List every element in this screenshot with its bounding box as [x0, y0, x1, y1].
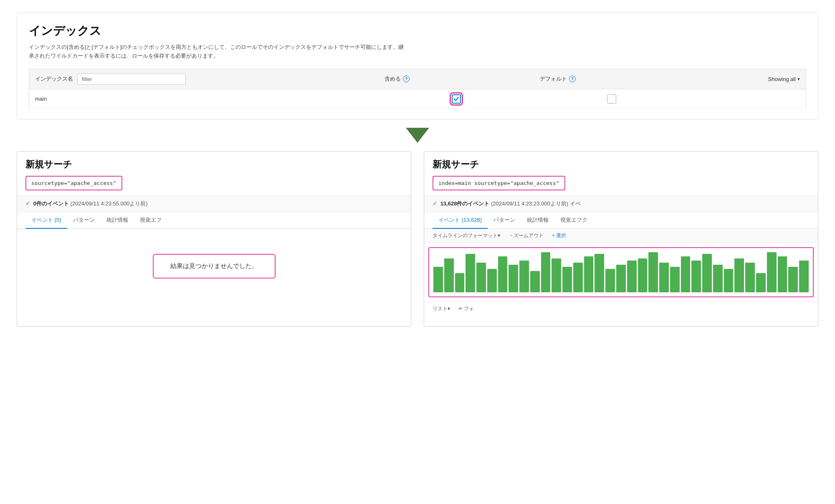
include-checkbox[interactable]: [452, 94, 461, 104]
chart-bar: [627, 261, 637, 292]
chart-bar: [767, 252, 777, 292]
bottom-panels: 新規サーチ sourcetype="apache_access" ✓ 0件のイベ…: [17, 151, 818, 327]
chart-bar: [530, 271, 540, 292]
down-arrow-icon: [406, 128, 429, 143]
right-chart-area: [428, 247, 814, 297]
chart-bar: [691, 261, 701, 292]
list-btn[interactable]: リスト▾: [433, 305, 450, 312]
right-tab-patterns[interactable]: パターン: [488, 212, 521, 229]
left-no-results-area: 結果は見つかりませんでした。: [17, 229, 411, 304]
page-title: インデックス: [29, 23, 806, 39]
right-event-count: 13,628件のイベント: [440, 200, 490, 207]
chart-bar: [788, 267, 798, 292]
right-panel-title: 新規サーチ: [433, 158, 810, 171]
chart-bar: [670, 267, 680, 292]
timeline-format-btn[interactable]: タイムラインのフォーマット▾: [433, 232, 500, 239]
select-btn[interactable]: + 選択: [552, 232, 566, 239]
left-checkmark: ✓: [25, 200, 30, 207]
arrow-container: [17, 119, 818, 151]
chart-bar: [455, 273, 465, 292]
table-row: main: [29, 89, 806, 109]
format-btn[interactable]: ✏ フォ: [458, 305, 474, 312]
chart-bar: [702, 254, 712, 292]
right-tab-visual[interactable]: 視覚エフク: [554, 212, 593, 229]
left-event-count: 0件のイベント: [33, 200, 69, 207]
default-cell: [534, 89, 689, 109]
right-result-status: ✓ 13,628件のイベント (2024/09/11 4:23:23.000より…: [424, 196, 818, 212]
left-tabs-row: イベント (0) パターン 統計情報 視覚エフ: [17, 212, 411, 229]
right-checkmark: ✓: [433, 200, 437, 207]
chart-bar: [713, 265, 723, 292]
col-default-label: デフォルト: [540, 75, 567, 83]
filter-input[interactable]: [77, 73, 186, 85]
right-search-box[interactable]: index=main sourcetype="apache_access": [433, 176, 565, 190]
chart-bar: [498, 256, 508, 292]
left-panel-header: 新規サーチ sourcetype="apache_access": [17, 152, 411, 196]
index-name-cell: main: [29, 89, 379, 109]
chart-bar: [638, 258, 648, 292]
col-name-label: インデックス名: [35, 75, 73, 83]
chart-bar: [659, 263, 669, 292]
chart-bar: [552, 258, 561, 292]
chart-bar: [595, 254, 604, 292]
left-tab-events[interactable]: イベント (0): [25, 212, 67, 229]
left-panel: 新規サーチ sourcetype="apache_access" ✓ 0件のイベ…: [17, 151, 411, 327]
include-help-icon[interactable]: ?: [403, 76, 410, 82]
showing-cell: [689, 89, 806, 109]
chart-bar: [573, 263, 583, 292]
chart-bar: [433, 267, 443, 292]
chart-bar: [466, 254, 475, 292]
include-cell: [379, 89, 534, 109]
page-description: インデックスの[含める]と[デフォルト]のチェックボックスを両方ともオンにして、…: [29, 43, 405, 61]
left-no-results-box: 結果は見つかりませんでした。: [153, 254, 276, 279]
left-result-status: ✓ 0件のイベント (2024/09/11 4:23:55.000より前): [17, 196, 411, 212]
col-include-label: 含める: [385, 75, 401, 83]
chart-bar: [487, 269, 497, 292]
default-checkbox[interactable]: [607, 94, 616, 104]
left-timestamp: (2024/09/11 4:23:55.000より前): [70, 200, 147, 207]
default-help-icon[interactable]: ?: [569, 76, 576, 82]
chart-bar: [616, 265, 626, 292]
chart-bar: [584, 256, 594, 292]
left-tab-patterns[interactable]: パターン: [67, 212, 101, 229]
left-panel-title: 新規サーチ: [25, 158, 402, 171]
chart-bar: [509, 265, 518, 292]
chart-bar: [541, 252, 551, 292]
right-controls-row: タイムラインのフォーマット▾ －ズームアウト + 選択: [424, 229, 818, 243]
chart-bar: [724, 269, 734, 292]
right-tabs-row: イベント (13,628) パターン 統計情報 視覚エフク: [424, 212, 818, 229]
chart-bar: [778, 256, 787, 292]
chart-bar: [444, 258, 454, 292]
chart-bar: [681, 256, 691, 292]
chart-bar: [756, 273, 766, 292]
left-tab-stats[interactable]: 統計情報: [101, 212, 134, 229]
chart-bar: [648, 252, 658, 292]
chart-bar: [734, 258, 744, 292]
left-tab-visual[interactable]: 視覚エフ: [134, 212, 167, 229]
showing-all-button[interactable]: Showing all: [768, 76, 800, 82]
chart-bar: [799, 261, 809, 292]
left-search-box[interactable]: sourcetype="apache_access": [25, 176, 122, 190]
chart-bar: [476, 263, 486, 292]
chart-bar: [605, 269, 615, 292]
right-tab-events[interactable]: イベント (13,628): [433, 212, 488, 229]
right-tab-stats[interactable]: 統計情報: [521, 212, 554, 229]
index-table: インデックス名 含める ? デフォルト ?: [29, 69, 806, 109]
chart-bar: [519, 261, 529, 292]
chart-bar: [562, 267, 572, 292]
chart-bar: [745, 263, 755, 292]
right-panel-bottom: リスト▾ ✏ フォ: [424, 301, 818, 316]
zoom-out-btn[interactable]: －ズームアウト: [509, 232, 544, 239]
right-status-extra: イベ: [570, 200, 581, 207]
top-section: インデックス インデックスの[含める]と[デフォルト]のチェックボックスを両方と…: [17, 13, 818, 119]
right-panel-header: 新規サーチ index=main sourcetype="apache_acce…: [424, 152, 818, 196]
right-timestamp: (2024/09/11 4:23:23.000より前): [491, 200, 568, 207]
right-panel: 新規サーチ index=main sourcetype="apache_acce…: [424, 151, 818, 327]
